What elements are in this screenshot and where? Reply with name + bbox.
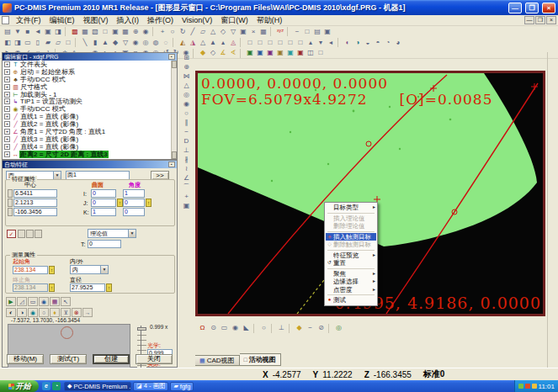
context-menu-item[interactable]: ◈ 插入触测目标 (326, 233, 376, 241)
view-tab[interactable]: ▦ CAD视图 (195, 355, 240, 366)
toolbar-icon[interactable]: ◕ (393, 38, 403, 48)
minimize-button[interactable]: — (508, 3, 522, 13)
center-y-input[interactable]: 2.1213 (13, 199, 57, 207)
context-menu-item[interactable]: 插入理论值 (326, 215, 376, 223)
context-menu-item[interactable]: 特征预览 (326, 252, 376, 260)
context-menu-item[interactable]: 聚焦 (326, 270, 376, 278)
toolbar-icon[interactable]: − (181, 127, 192, 136)
mdi-close-button[interactable]: × (546, 16, 556, 24)
dialog-button[interactable]: 创建 (93, 354, 130, 364)
x-axis-button[interactable] (8, 189, 13, 198)
toolbar-icon[interactable]: ◐ (343, 38, 353, 48)
toolbar-icon[interactable]: ▣ (110, 27, 120, 37)
stop-icon[interactable]: ⊗ (72, 308, 82, 317)
menu-item[interactable]: 编辑(E) (45, 15, 79, 25)
center-z-input[interactable]: -166.3456 (13, 208, 57, 216)
toolbar-icon[interactable]: ◮ (188, 38, 198, 48)
toolbar-icon[interactable]: ▽ (120, 38, 130, 48)
edge-tool-icon[interactable]: ◿ (17, 297, 27, 306)
mdi-minimize-button[interactable]: — (524, 16, 534, 24)
desktop-icon[interactable]: ◔ (52, 382, 61, 390)
toolbar-icon[interactable]: ▣ (238, 27, 248, 37)
prop-tool-button-1[interactable] (18, 230, 25, 238)
toolbar-icon[interactable]: ▦ (258, 27, 268, 37)
mdi-restore-button[interactable]: ❐ (535, 16, 545, 24)
toolbar-icon[interactable]: ▭ (23, 38, 33, 48)
toolbar-icon[interactable]: ▣ (181, 201, 192, 210)
diameter-spin[interactable]: ↕ (106, 283, 112, 292)
maximize-button[interactable]: ❐ (525, 3, 539, 13)
start-button[interactable]: 开始 (0, 380, 39, 392)
tray-icon-red[interactable] (525, 384, 530, 389)
toolbar-icon[interactable]: ◌ (161, 38, 171, 48)
toolbar-icon[interactable]: ▣ (255, 48, 265, 58)
toolbar-icon[interactable]: ◂ (326, 38, 336, 48)
surface-spin-button[interactable]: ↕ (117, 199, 123, 207)
magnifier-icon[interactable]: ○ (39, 308, 49, 317)
toolbar-icon[interactable]: ◍ (151, 38, 161, 48)
tree-item[interactable]: ◉ 手动/DCC 模式 (3, 105, 171, 113)
angle-j-input[interactable]: 0 (123, 199, 145, 207)
context-menu-item[interactable]: 目标类型 (326, 204, 376, 212)
center-x-input[interactable]: 6.5411 (13, 189, 57, 198)
toolbar-icon[interactable]: ⊙ (208, 323, 219, 333)
task-button[interactable]: ▰ fgfg (170, 382, 194, 391)
toolbar-icon[interactable]: ↻ (178, 27, 188, 37)
toolbar-icon[interactable]: ▲ (208, 38, 218, 48)
grid-tool-icon[interactable]: ▦ (50, 297, 60, 306)
start-angle-input[interactable]: 238.134 (13, 266, 48, 274)
toolbar-icon[interactable]: − (305, 323, 316, 333)
tree-item[interactable]: T 文件表头 (3, 61, 171, 68)
tree-item[interactable]: ↔ 距离2 = 尺寸 2D 距离 : 直线3 (3, 151, 171, 158)
toolbar-icon[interactable]: ∡ (218, 48, 228, 58)
toolbar-icon[interactable]: ▣ (275, 48, 285, 58)
expander-icon[interactable] (4, 136, 10, 142)
eye-icon[interactable]: ◉ (28, 308, 38, 317)
end-angle-spin[interactable]: ↕ (49, 283, 55, 292)
toolbar-icon[interactable]: + (157, 27, 167, 37)
menu-item[interactable]: Vision(V) (178, 15, 216, 25)
toolbar-icon[interactable]: ⌒ (181, 183, 192, 192)
browser-icon[interactable]: e (42, 382, 50, 390)
toolbar-icon[interactable]: ▦ (120, 27, 130, 37)
expander-icon[interactable] (4, 69, 10, 75)
contrast-icon[interactable]: ◐ (6, 308, 16, 317)
tree-item[interactable]: ⊕ 启动 = 起始坐标系 (3, 68, 171, 76)
view-tab[interactable]: □ 活动视图 (240, 353, 281, 366)
edit-window-close-icon[interactable]: ▪ (168, 54, 175, 60)
menu-item[interactable]: 窗口(W) (216, 15, 252, 25)
expander-icon[interactable] (4, 84, 10, 90)
toolbar-icon[interactable]: ◇ (218, 27, 228, 37)
toolbar-icon[interactable]: ▱ (53, 38, 63, 48)
toolbar-icon[interactable]: ◬ (228, 38, 238, 48)
dialog-button[interactable]: 关闭 (136, 354, 173, 364)
toolbar-icon[interactable]: + (181, 192, 192, 201)
toolbar-icon[interactable]: □ (285, 38, 295, 48)
toolbar-icon[interactable]: □ (265, 38, 275, 48)
task-button[interactable]: ◆ PC-DMIS Premium ... (64, 382, 131, 391)
menu-item[interactable]: 帮助(H) (252, 15, 287, 25)
toolbar-icon[interactable]: ○ (181, 109, 192, 118)
toolbar-icon[interactable]: − (292, 27, 302, 37)
execute-icon[interactable]: ▶ (6, 297, 16, 306)
toolbar-icon[interactable]: ■ (23, 27, 33, 37)
arrow-tool-icon[interactable]: ↖ (61, 297, 71, 306)
context-menu-item[interactable]: 删除理论值 (326, 222, 376, 230)
tree-item[interactable]: ⊢ 加载测头 - 1 (3, 91, 171, 98)
inout-select[interactable]: 内 ▼ (70, 265, 109, 274)
context-menu-item[interactable] (327, 213, 375, 214)
toolbar-icon[interactable]: ▴ (218, 38, 228, 48)
toolbar-icon[interactable]: ◓ (373, 38, 383, 48)
go-icon[interactable]: → (82, 308, 93, 317)
toolbar-icon[interactable]: ◔ (383, 38, 393, 48)
toolbar-icon[interactable]: □ (63, 38, 73, 48)
toolbar-icon[interactable]: □ (316, 48, 326, 58)
toolbar-icon[interactable]: Ω (197, 323, 208, 333)
expander-icon[interactable] (4, 121, 10, 127)
dialog-button[interactable]: 测试(T) (50, 354, 87, 364)
toolbar-icon[interactable]: ∠ (181, 173, 192, 183)
expander-icon[interactable] (4, 98, 10, 104)
expander-icon[interactable] (4, 129, 10, 135)
expander-icon[interactable] (4, 61, 10, 67)
toolbar-icon[interactable]: ▽ (228, 27, 238, 37)
